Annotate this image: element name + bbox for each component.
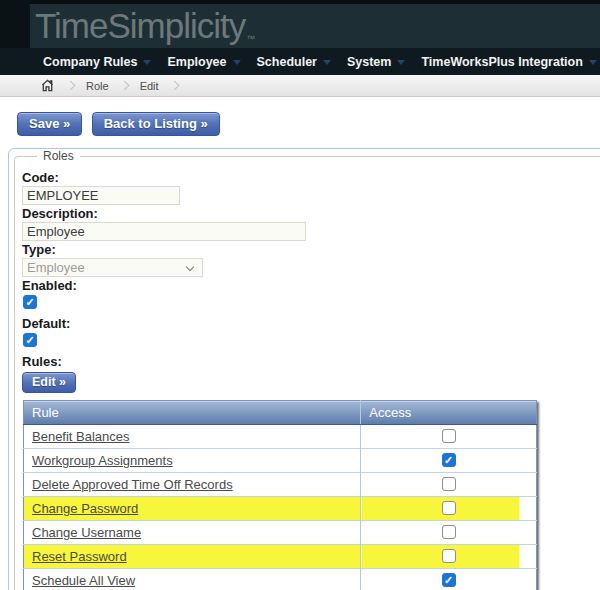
nav-item-label: TimeWorksPlus Integration [421, 55, 582, 69]
chevron-separator-icon [119, 81, 129, 91]
main-navbar: Company RulesEmployeeSchedulerSystemTime… [0, 48, 600, 75]
nav-item-system[interactable]: System [347, 55, 405, 69]
rule-link-workgroup-assignments[interactable]: Workgroup Assignments [32, 453, 173, 468]
nav-item-scheduler[interactable]: Scheduler [257, 55, 331, 69]
rules-table: Rule Access Benefit BalancesWorkgroup As… [23, 400, 537, 590]
access-checkbox[interactable]: ✓ [442, 573, 456, 587]
chevron-down-icon [397, 60, 405, 65]
default-checkbox[interactable]: ✓ [23, 333, 37, 347]
chevron-down-icon [323, 60, 331, 65]
chevron-down-icon [143, 60, 151, 65]
table-row: Delete Approved Time Off Records [24, 473, 537, 497]
chevron-separator-icon [169, 81, 179, 91]
edit-rules-button[interactable]: Edit » [22, 372, 76, 393]
roles-fieldset: Roles Code: Description: Type: Employee … [14, 149, 600, 590]
breadcrumb: RoleEdit [0, 75, 600, 97]
table-row: Reset Password [24, 545, 537, 569]
access-column-header: Access [361, 401, 537, 425]
access-checkbox[interactable] [442, 477, 456, 491]
nav-item-timeworksplus-integration[interactable]: TimeWorksPlus Integration [421, 55, 596, 69]
roles-legend: Roles [37, 149, 80, 163]
rule-link-reset-password[interactable]: Reset Password [32, 549, 127, 564]
nav-item-employee[interactable]: Employee [167, 55, 240, 69]
type-label: Type: [22, 243, 600, 256]
rules-label: Rules: [22, 355, 600, 368]
chevron-separator-icon [66, 81, 76, 91]
type-select-value: Employee [27, 260, 85, 275]
table-row: Change Username [24, 521, 537, 545]
code-label: Code: [22, 171, 600, 184]
breadcrumb-items: RoleEdit [55, 80, 190, 92]
access-checkbox[interactable]: ✓ [442, 453, 456, 467]
header-left-block [0, 0, 30, 48]
table-row: Schedule All View✓ [24, 569, 537, 590]
nav-item-label: System [347, 55, 391, 69]
role-form: Code: Description: Type: Employee Enable… [22, 171, 600, 590]
access-checkbox[interactable] [442, 501, 456, 515]
breadcrumb-item-edit[interactable]: Edit [140, 80, 159, 92]
rule-link-change-username[interactable]: Change Username [32, 525, 141, 540]
nav-item-company-rules[interactable]: Company Rules [43, 55, 151, 69]
trademark-symbol: ™ [246, 34, 255, 44]
table-row: Benefit Balances [24, 425, 537, 449]
rule-link-schedule-all-view[interactable]: Schedule All View [32, 573, 135, 588]
rule-link-change-password[interactable]: Change Password [32, 501, 138, 516]
header-top-strip [0, 0, 600, 4]
nav-item-label: Scheduler [257, 55, 317, 69]
access-checkbox[interactable] [442, 525, 456, 539]
nav-item-label: Employee [167, 55, 226, 69]
type-select: Employee [22, 258, 203, 277]
table-row: Workgroup Assignments✓ [24, 449, 537, 473]
rules-table-header-row: Rule Access [24, 401, 537, 425]
description-input[interactable] [22, 222, 306, 241]
app-header: TimeSimplicity™ Company RulesEmployeeSch… [0, 0, 600, 75]
chevron-down-icon [233, 60, 241, 65]
rule-column-header: Rule [24, 401, 361, 425]
default-label: Default: [22, 317, 600, 330]
rules-table-body: Benefit BalancesWorkgroup Assignments✓De… [24, 425, 537, 590]
breadcrumb-item-role[interactable]: Role [86, 80, 109, 92]
description-label: Description: [22, 207, 600, 220]
home-link[interactable] [40, 78, 55, 93]
save-button[interactable]: Save » [17, 112, 82, 136]
nav-item-label: Company Rules [43, 55, 137, 69]
main-nav: Company RulesEmployeeSchedulerSystemTime… [0, 48, 600, 75]
rule-link-delete-approved-time-off-records[interactable]: Delete Approved Time Off Records [32, 477, 233, 492]
app-logo: TimeSimplicity™ [35, 6, 254, 46]
toolbar: Save » Back to Listing » [17, 112, 225, 136]
table-row: Change Password [24, 497, 537, 521]
home-icon [40, 78, 55, 93]
chevron-down-icon [186, 263, 194, 271]
access-checkbox[interactable] [442, 549, 456, 563]
chevron-down-icon [589, 60, 597, 65]
enabled-label: Enabled: [22, 279, 600, 292]
access-checkbox[interactable] [442, 429, 456, 443]
enabled-checkbox[interactable]: ✓ [23, 295, 37, 309]
rule-link-benefit-balances[interactable]: Benefit Balances [32, 429, 130, 444]
app-logo-text: TimeSimplicity [35, 6, 245, 45]
back-to-listing-button[interactable]: Back to Listing » [92, 112, 220, 136]
code-input[interactable] [22, 186, 180, 205]
